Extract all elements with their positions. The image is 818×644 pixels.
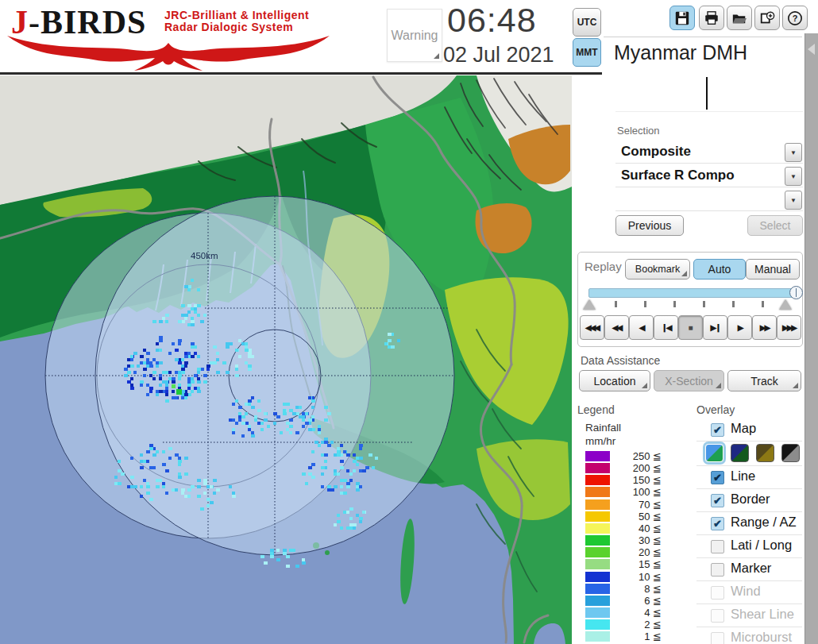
legend-title: Rainfall xyxy=(585,422,621,434)
checkbox-marker[interactable] xyxy=(711,563,724,577)
overlay-item-marker[interactable]: Marker xyxy=(696,558,802,581)
legend-value: 10 ≦ xyxy=(612,571,662,583)
chevron-down-icon[interactable]: ▼ xyxy=(785,143,802,162)
logo-subtitle-line1: JRC-Brilliant & Intelligent xyxy=(164,10,309,21)
fast-rewind-2-button[interactable]: ◀◀ xyxy=(604,315,629,340)
track-button[interactable]: Track xyxy=(727,370,801,391)
timeline-tick xyxy=(732,301,735,307)
legend-value: 200 ≦ xyxy=(612,462,662,474)
legend-value: 50 ≦ xyxy=(612,511,662,523)
help-button[interactable]: ? xyxy=(782,6,808,30)
legend-value: 30 ≦ xyxy=(612,534,662,546)
map-style-olive-gold[interactable] xyxy=(756,444,774,462)
overlay-item-range-az[interactable]: ✔Range / AZ xyxy=(696,512,802,535)
overlay-item-line[interactable]: ✔Line xyxy=(696,466,802,489)
product-dropdown-value: Surface R Compo xyxy=(621,168,735,183)
fast-forward-3-button[interactable]: ▶▶▶ xyxy=(777,315,801,340)
map-style-blue-green[interactable] xyxy=(705,444,723,462)
step-back-button[interactable]: ❙◀ xyxy=(654,315,678,340)
add-image-icon xyxy=(759,10,775,26)
legend-value: 100 ≦ xyxy=(612,486,662,498)
legend-value: 4 ≦ xyxy=(612,607,662,619)
timeline-slider-handle[interactable] xyxy=(789,286,803,299)
replay-label: Replay xyxy=(585,260,622,273)
checkbox-range-az[interactable]: ✔ xyxy=(711,517,724,530)
replay-timeline-slider[interactable] xyxy=(588,288,793,298)
manual-mode-button[interactable]: Manual xyxy=(746,259,800,280)
overlay-item-border[interactable]: ✔Border xyxy=(696,489,802,512)
overlay-item-microburst[interactable]: Microburst xyxy=(696,627,802,644)
legend-row: 150 ≦ xyxy=(585,474,673,486)
print-button[interactable] xyxy=(699,6,724,30)
legend-value: 2 ≦ xyxy=(612,619,662,631)
overlay-item-shear-line[interactable]: Shear Line xyxy=(696,604,802,627)
utc-button[interactable]: UTC xyxy=(573,8,601,37)
svg-text:?: ? xyxy=(793,13,798,23)
toolbar-separator xyxy=(604,37,802,37)
overlay-item-map[interactable]: ✔Map xyxy=(696,418,802,442)
stop-button[interactable]: ■ xyxy=(678,315,703,340)
print-icon xyxy=(704,10,720,26)
checkbox-shear-line[interactable] xyxy=(711,609,724,623)
timeline-end-marker[interactable] xyxy=(779,299,792,310)
category-dropdown[interactable]: Composite ▼ xyxy=(615,142,803,164)
x-section-button[interactable]: X-Section xyxy=(654,370,724,391)
product-info-field[interactable] xyxy=(615,75,803,112)
save-button[interactable] xyxy=(669,6,695,30)
checkbox-border[interactable]: ✔ xyxy=(711,494,724,507)
header-divider xyxy=(0,72,602,75)
play-button[interactable]: ▶ xyxy=(727,315,752,340)
step-forward-button[interactable]: ▶❙ xyxy=(703,315,727,340)
legend-color-swatch xyxy=(585,475,610,485)
product-dropdown[interactable]: Surface R Compo ▼ xyxy=(615,166,803,187)
map-canvas: 450km xyxy=(0,75,572,644)
legend-row: 8 ≦ xyxy=(585,583,673,595)
play-reverse-button[interactable]: ◀ xyxy=(629,315,654,340)
chevron-down-icon[interactable]: ▼ xyxy=(785,191,802,210)
open-folder-button[interactable] xyxy=(727,6,752,30)
overlay-item-wind[interactable]: Wind xyxy=(696,581,802,604)
legend-color-swatch xyxy=(585,584,610,594)
bookmark-button[interactable]: Bookmark xyxy=(625,259,690,280)
warning-label: Warning xyxy=(392,29,438,43)
legend-row: 250 ≦ xyxy=(585,450,673,462)
option-dropdown[interactable]: ▼ xyxy=(615,190,803,211)
header-bar: J-BIRDS JRC-Brilliant & Intelligent Rada… xyxy=(0,0,818,75)
legend-value: 6 ≦ xyxy=(612,595,662,607)
checkbox-lati-long[interactable] xyxy=(711,540,724,553)
checkbox-line[interactable]: ✔ xyxy=(711,471,724,484)
map-style-navy-darkgreen[interactable] xyxy=(731,444,749,462)
previous-button[interactable]: Previous xyxy=(615,215,684,236)
chevron-down-icon[interactable]: ▼ xyxy=(785,167,802,186)
radar-map-view[interactable]: 450km xyxy=(0,75,572,644)
fast-forward-2-button[interactable]: ▶▶ xyxy=(752,315,777,340)
overlay-item-lati-long[interactable]: Lati / Long xyxy=(696,535,802,558)
legend-section-label: Legend xyxy=(577,403,615,416)
checkbox-wind[interactable] xyxy=(711,586,724,600)
panel-scrollbar[interactable] xyxy=(804,33,818,644)
warning-button[interactable]: Warning xyxy=(387,9,442,62)
timeline-start-marker[interactable] xyxy=(583,299,596,310)
overlay-label: Map xyxy=(731,421,756,436)
legend-color-swatch xyxy=(585,535,610,546)
map-style-black-gray[interactable] xyxy=(781,444,800,462)
legend-color-swatch xyxy=(585,523,610,534)
select-button[interactable]: Select xyxy=(747,215,803,236)
fast-rewind-3-button[interactable]: ◀◀◀ xyxy=(580,315,604,340)
location-button[interactable]: Location xyxy=(579,370,650,391)
legend-color-swatch xyxy=(585,607,610,618)
jbirds-app: J-BIRDS JRC-Brilliant & Intelligent Rada… xyxy=(0,0,818,644)
add-image-button[interactable] xyxy=(754,6,780,30)
checkbox-map[interactable]: ✔ xyxy=(711,423,724,437)
panel-collapse-icon[interactable] xyxy=(808,44,815,55)
legend-row: 40 ≦ xyxy=(585,523,673,534)
overlay-label: Marker xyxy=(731,561,771,576)
timeline-tick xyxy=(762,301,764,307)
auto-mode-button[interactable]: Auto xyxy=(693,259,746,280)
legend-value: 70 ≦ xyxy=(612,499,662,511)
overlay-section-label: Overlay xyxy=(696,403,735,416)
selection-section-label: Selection xyxy=(617,125,659,137)
overlay-label: Microburst xyxy=(731,630,792,644)
checkbox-microburst[interactable] xyxy=(711,632,724,644)
mmt-button[interactable]: MMT xyxy=(573,38,601,67)
